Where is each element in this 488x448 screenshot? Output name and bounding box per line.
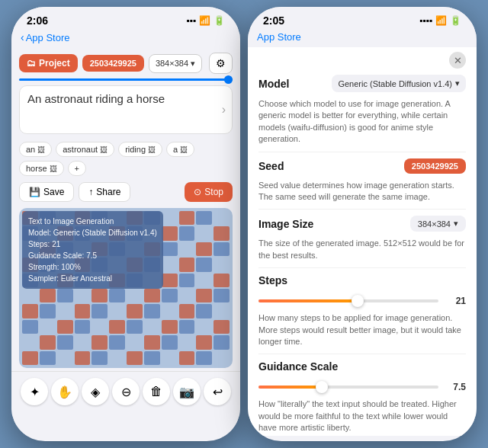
pixel-cell xyxy=(57,335,73,349)
stop-button[interactable]: ⊙ Stop xyxy=(185,182,233,202)
pixel-cell xyxy=(196,320,212,334)
project-icon: 🗂 xyxy=(27,58,36,69)
stop-label: Stop xyxy=(204,187,223,197)
gen-line6: Sampler: Euler Ancestral xyxy=(28,273,157,284)
tag-astronaut-icon: 🖼 xyxy=(100,146,108,154)
pixel-cell xyxy=(127,320,143,334)
pixel-cell xyxy=(214,351,230,365)
steps-row: Steps xyxy=(248,268,477,293)
signal-icon-right: ▪▪▪▪ xyxy=(419,15,432,26)
time-left: 2:06 xyxy=(27,14,48,27)
trash-icon: 🗑 xyxy=(150,385,162,398)
pixel-cell xyxy=(92,320,108,334)
pixel-cell xyxy=(162,320,178,334)
tool-trash-button[interactable]: 🗑 xyxy=(143,378,170,405)
pixel-cell xyxy=(214,304,230,318)
pixel-cell xyxy=(196,226,212,240)
pixel-cell xyxy=(92,351,108,365)
status-bar-right: 2:05 ▪▪▪▪ 📶 🔋 xyxy=(248,7,477,30)
battery-icon-right: 🔋 xyxy=(450,15,461,26)
pixel-cell xyxy=(162,226,178,240)
gen-info-overlay: Text to Image Generation Model: Generic … xyxy=(22,211,163,289)
nav-bar-left: ‹ App Store xyxy=(11,30,240,48)
guidance-fill xyxy=(258,386,322,389)
nav-bar-right: App Store xyxy=(248,30,477,47)
stop-icon: ⊙ xyxy=(194,187,201,197)
steps-thumb[interactable] xyxy=(352,295,364,307)
gen-line2: Model: Generic (Stable Diffusion v1.4) xyxy=(28,227,157,238)
steps-track xyxy=(258,299,438,302)
pixel-cell xyxy=(57,304,73,318)
model-desc: Choose which model to use for image gene… xyxy=(248,98,477,152)
pixel-cell xyxy=(162,289,178,302)
remove-icon: ⊖ xyxy=(121,385,131,399)
gen-line1: Text to Image Generation xyxy=(28,216,157,227)
pixel-cell xyxy=(214,289,230,302)
pixel-cell xyxy=(214,274,230,287)
tool-camera-button[interactable]: 📷 xyxy=(173,378,201,405)
adjust-button[interactable]: ⚙ xyxy=(209,53,233,74)
model-select[interactable]: Generic (Stable Diffusion v1.4) ▾ xyxy=(332,75,466,92)
pixel-cell xyxy=(22,320,38,334)
progress-track xyxy=(19,78,233,81)
pixel-cell xyxy=(144,320,160,334)
camera-icon: 📷 xyxy=(179,385,194,399)
tool-hand-button[interactable]: ✋ xyxy=(51,378,79,405)
prompt-area[interactable]: An astronaut riding a horse › xyxy=(19,85,233,134)
pixel-cell xyxy=(196,335,212,349)
gen-line5: Strength: 100% xyxy=(28,261,157,273)
pixel-cell xyxy=(144,289,160,302)
pixel-cell xyxy=(127,351,143,365)
pixel-cell xyxy=(109,320,125,334)
image-size-select[interactable]: 384×384 ▾ xyxy=(410,216,466,232)
tool-magic-button[interactable]: ✦ xyxy=(21,378,48,405)
tag-an-label: an xyxy=(26,145,35,154)
steps-label: Steps xyxy=(258,274,287,286)
pixel-cell xyxy=(92,289,108,302)
size-button[interactable]: 384×384 ▾ xyxy=(149,54,202,73)
undo-icon: ↩ xyxy=(213,385,223,399)
pixel-cell xyxy=(109,289,125,302)
tool-eraser-button[interactable]: ◈ xyxy=(82,378,109,405)
pixel-cell xyxy=(196,289,212,302)
pixel-cell xyxy=(109,304,125,318)
save-button[interactable]: 💾 Save xyxy=(19,182,74,202)
tag-an[interactable]: an 🖼 xyxy=(19,142,52,157)
project-button[interactable]: 🗂 Project xyxy=(19,54,78,72)
image-size-value: 384×384 xyxy=(418,219,451,229)
left-phone: 2:06 ▪▪▪ 📶 🔋 ‹ App Store 🗂 Project 25034… xyxy=(11,7,240,441)
toolbar-row: 🗂 Project 2503429925 384×384 ▾ ⚙ xyxy=(11,48,240,78)
right-phone: 2:05 ▪▪▪▪ 📶 🔋 App Store ✕ Model Gener xyxy=(248,7,477,441)
tool-undo-button[interactable]: ↩ xyxy=(204,378,231,405)
model-label: Model xyxy=(258,78,289,90)
back-button-left[interactable]: ‹ App Store xyxy=(21,31,70,43)
close-button[interactable]: ✕ xyxy=(449,52,466,69)
tag-riding[interactable]: riding 🖼 xyxy=(118,142,162,157)
pixel-cell xyxy=(57,351,73,365)
pixel-cell xyxy=(162,335,178,349)
action-row: 💾 Save ↑ Share ⊙ Stop xyxy=(11,179,240,205)
pixel-cell xyxy=(22,289,38,302)
guidance-value: 7.5 xyxy=(445,382,466,392)
tool-remove-button[interactable]: ⊖ xyxy=(112,378,140,405)
model-value: Generic (Stable Diffusion v1.4) xyxy=(338,79,452,88)
pixel-cell xyxy=(75,335,91,349)
guidance-thumb[interactable] xyxy=(316,381,328,393)
pixel-cell xyxy=(162,351,178,365)
pixel-cell xyxy=(162,258,178,271)
prompt-expand-icon: › xyxy=(222,103,226,117)
steps-slider-row: 21 xyxy=(248,293,477,312)
seed-button[interactable]: 2503429925 xyxy=(82,55,144,72)
tag-plus[interactable]: + xyxy=(68,161,86,176)
image-size-label: Image Size xyxy=(258,218,313,230)
share-button[interactable]: ↑ Share xyxy=(79,182,130,202)
tag-a[interactable]: a 🖼 xyxy=(166,142,194,157)
tag-horse[interactable]: horse 🖼 xyxy=(19,161,64,176)
pixel-cell xyxy=(179,242,195,256)
pixel-cell xyxy=(144,335,160,349)
seed-value[interactable]: 2503429925 xyxy=(404,158,466,174)
tag-astronaut[interactable]: astronaut 🖼 xyxy=(56,142,114,157)
back-label-right[interactable]: App Store xyxy=(257,31,301,43)
size-chevron-icon: ▾ xyxy=(191,59,195,69)
steps-value: 21 xyxy=(445,296,466,306)
